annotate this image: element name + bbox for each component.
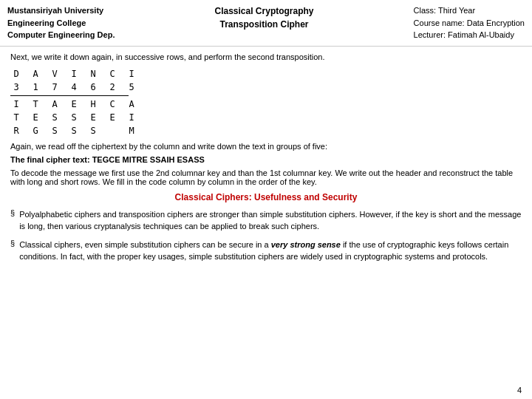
section-title: Classical Ciphers: Usefulness and Securi… bbox=[10, 192, 522, 202]
r2-e: E bbox=[68, 98, 80, 111]
num-1: 1 bbox=[30, 81, 41, 94]
lecturer-name: Lecturer: Fatimah Al-Ubaidy bbox=[414, 29, 525, 41]
cell-i1: I bbox=[68, 67, 80, 81]
cell-i2: I bbox=[126, 67, 137, 81]
table-row-4: R G S S S M bbox=[10, 124, 522, 137]
header-right: Class: Third Year Course name: Data Encr… bbox=[414, 4, 525, 41]
course-name: Course name: Data Encryption bbox=[414, 17, 525, 30]
table-row-3: T E S S E E I bbox=[10, 111, 522, 124]
num-3: 3 bbox=[10, 81, 22, 94]
num-4: 4 bbox=[68, 81, 80, 94]
university-name: Mustansiriyah University bbox=[7, 4, 115, 17]
page-header: Mustansiriyah University Engineering Col… bbox=[0, 0, 532, 47]
course-category: Classical Cryptography bbox=[215, 4, 314, 18]
r2-i: I bbox=[10, 98, 22, 111]
bullet-symbol-2: § bbox=[10, 239, 15, 248]
r4-s1: S bbox=[49, 124, 61, 137]
r4-blank bbox=[106, 124, 118, 137]
main-content: Next, we write it down again, in success… bbox=[0, 47, 532, 275]
cell-n: N bbox=[87, 67, 99, 81]
r2-t: T bbox=[30, 98, 41, 111]
num-2: 2 bbox=[106, 81, 118, 94]
r3-e: E bbox=[30, 111, 41, 124]
bullet-item-1: § Polyalphabetic ciphers and transpositi… bbox=[10, 208, 522, 233]
page-number: 4 bbox=[517, 386, 522, 395]
r3-s1: S bbox=[49, 111, 61, 124]
bullet2-italic: very strong sense bbox=[271, 240, 341, 249]
table-row-2: I T A E H C A bbox=[10, 98, 522, 111]
num-5: 5 bbox=[126, 81, 137, 94]
intro-paragraph: Next, we write it down again, in success… bbox=[10, 52, 522, 61]
num-7: 7 bbox=[49, 81, 61, 94]
bullet-item-2: § Classical ciphers, even simple substit… bbox=[10, 239, 522, 263]
table-divider bbox=[10, 95, 129, 96]
r4-m: M bbox=[126, 124, 137, 137]
r2-a: A bbox=[49, 98, 61, 111]
header-left: Mustansiriyah University Engineering Col… bbox=[7, 4, 115, 41]
r3-e2: E bbox=[87, 111, 99, 124]
bullet-symbol-1: § bbox=[10, 208, 15, 217]
cell-c: C bbox=[106, 67, 118, 81]
num-6: 6 bbox=[87, 81, 99, 94]
final-cipher-text: The final cipher text: TEGCE MITRE SSAIH… bbox=[10, 155, 522, 164]
college-name: Engineering College bbox=[7, 17, 115, 30]
r3-i: I bbox=[126, 111, 137, 124]
r2-a2: A bbox=[126, 98, 137, 111]
header-center: Classical Cryptography Transposition Cip… bbox=[215, 4, 314, 31]
r3-e3: E bbox=[106, 111, 118, 124]
r4-s2: S bbox=[68, 124, 80, 137]
class-info: Class: Third Year bbox=[414, 4, 525, 17]
r3-t: T bbox=[10, 111, 22, 124]
bullet-text-1: Polyalphabetic ciphers and transposition… bbox=[19, 208, 522, 233]
table-row-labels: D A V I N C I bbox=[10, 67, 522, 81]
r2-h: H bbox=[87, 98, 99, 111]
cipher-table: D A V I N C I 3 1 7 4 6 2 5 I T A E H C … bbox=[10, 67, 522, 137]
r2-c: C bbox=[106, 98, 118, 111]
cell-d: D bbox=[10, 67, 22, 81]
department-name: Computer Engineering Dep. bbox=[7, 29, 115, 41]
r4-s3: S bbox=[87, 124, 99, 137]
bullet2-part1: Classical ciphers, even simple substitut… bbox=[19, 240, 271, 249]
r3-s2: S bbox=[68, 111, 80, 124]
table-row-numbers: 3 1 7 4 6 2 5 bbox=[10, 81, 522, 94]
bullet-text-2: Classical ciphers, even simple substitut… bbox=[19, 239, 522, 263]
cell-a: A bbox=[30, 67, 41, 81]
r4-g: G bbox=[30, 124, 41, 137]
r4-r: R bbox=[10, 124, 22, 137]
cell-v: V bbox=[49, 67, 61, 81]
decode-text: To decode the message we first use the 2… bbox=[10, 168, 522, 186]
read-off-text: Again, we read off the ciphertext by the… bbox=[10, 142, 522, 151]
lecture-title: Transposition Cipher bbox=[215, 18, 314, 31]
